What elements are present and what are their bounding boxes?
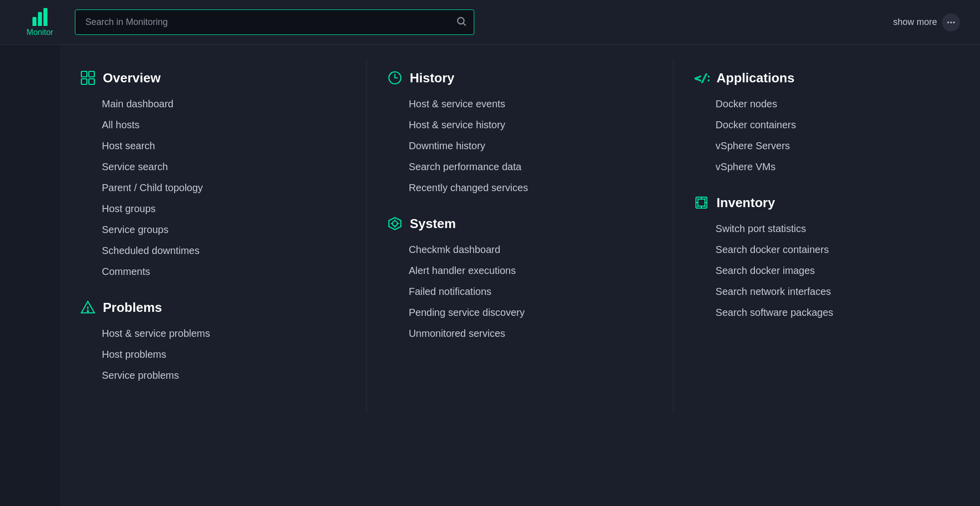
svg-rect-6 [89,71,94,77]
all-hosts-link[interactable]: All hosts [102,119,140,130]
host-groups-link[interactable]: Host groups [102,203,156,214]
checkmk-dashboard-link[interactable]: Checkmk dashboard [409,244,500,255]
sidebar-strip [0,45,60,506]
applications-header: </> Applications [693,70,960,86]
list-item: Failed notifications [409,283,653,299]
search-input[interactable] [75,9,474,35]
history-items: Host & service events Host & service his… [387,96,653,196]
host-search-link[interactable]: Host search [102,140,155,151]
column-history-system: History Host & service events Host & ser… [367,60,674,413]
inventory-title: Inventory [716,195,775,211]
search-network-interfaces-link[interactable]: Search network interfaces [715,286,831,297]
recently-changed-services-link[interactable]: Recently changed services [409,182,528,193]
list-item: Host & service events [409,96,653,112]
show-more-label: show more [893,17,937,27]
top-bar: Monitor show more [0,0,980,45]
section-inventory: Inventory Switch port statistics Search … [693,195,960,320]
main-dashboard-link[interactable]: Main dashboard [102,98,173,109]
list-item: Main dashboard [102,96,346,112]
list-item: Search docker containers [715,242,960,257]
search-docker-containers-link[interactable]: Search docker containers [715,244,829,255]
list-item: Host groups [102,201,346,217]
docker-containers-link[interactable]: Docker containers [715,119,796,130]
svg-point-12 [392,221,397,226]
problems-icon [80,299,96,315]
list-item: Search docker images [715,262,960,278]
svg-rect-7 [81,79,87,84]
vsphere-servers-link[interactable]: vSphere Servers [715,140,790,151]
svg-text:</>: </> [694,72,709,84]
list-item: Docker nodes [715,96,960,112]
svg-rect-8 [89,79,94,84]
more-options-button[interactable] [942,13,960,31]
overview-title: Overview [103,70,161,86]
svg-line-25 [704,199,706,200]
switch-port-statistics-link[interactable]: Switch port statistics [715,223,806,234]
problems-header: Problems [80,299,346,315]
show-more-area[interactable]: show more [893,13,960,31]
history-icon [387,70,403,86]
list-item: Scheduled downtimes [102,243,346,258]
docker-nodes-link[interactable]: Docker nodes [715,98,777,109]
pending-service-discovery-link[interactable]: Pending service discovery [409,307,525,318]
host-service-problems-link[interactable]: Host & service problems [102,328,210,339]
downtime-history-link[interactable]: Downtime history [409,140,485,151]
history-header: History [387,70,653,86]
service-groups-link[interactable]: Service groups [102,224,168,235]
alert-handler-executions-link[interactable]: Alert handler executions [409,265,516,276]
host-service-history-link[interactable]: Host & service history [409,119,505,130]
svg-line-26 [697,206,699,207]
inventory-items: Switch port statistics Search docker con… [693,221,960,320]
host-problems-link[interactable]: Host problems [102,349,166,360]
parent-child-topology-link[interactable]: Parent / Child topology [102,182,203,193]
problems-title: Problems [103,300,162,315]
list-item: All hosts [102,117,346,133]
svg-rect-5 [81,71,87,77]
svg-point-4 [953,21,955,23]
list-item: Host & service problems [102,325,346,341]
svg-line-1 [463,23,465,25]
logo-area: Monitor [20,8,60,37]
host-service-events-link[interactable]: Host & service events [409,98,505,109]
svg-rect-19 [698,199,705,206]
svg-point-10 [87,310,88,311]
list-item: Service groups [102,222,346,238]
vsphere-vms-link[interactable]: vSphere VMs [715,161,775,172]
list-item: vSphere Servers [715,138,960,154]
search-icon [456,15,467,26]
service-problems-link[interactable]: Service problems [102,370,179,381]
monitor-logo-icon [32,8,47,26]
svg-line-24 [697,199,699,200]
service-search-link[interactable]: Service search [102,161,168,172]
overview-icon [80,70,96,86]
search-icon-button[interactable] [456,15,467,29]
list-item: Host problems [102,346,346,362]
list-item: Alert handler executions [409,262,653,278]
section-applications: </> Applications Docker nodes Docker con… [693,70,960,175]
unmonitored-services-link[interactable]: Unmonitored services [409,328,505,339]
search-docker-images-link[interactable]: Search docker images [715,265,815,276]
inventory-header: Inventory [693,195,960,211]
list-item: Host & service history [409,117,653,133]
list-item: Search performance data [409,159,653,175]
problems-items: Host & service problems Host problems Se… [80,325,346,383]
search-performance-data-link[interactable]: Search performance data [409,161,522,172]
section-problems: Problems Host & service problems Host pr… [80,299,346,383]
dots-icon [946,17,956,27]
list-item: Search software packages [715,304,960,320]
list-item: Recently changed services [409,180,653,196]
list-item: Comments [102,263,346,279]
section-system: System Checkmk dashboard Alert handler e… [387,216,653,341]
list-item: Pending service discovery [409,304,653,320]
failed-notifications-link[interactable]: Failed notifications [409,286,492,297]
applications-items: Docker nodes Docker containers vSphere S… [693,96,960,175]
comments-link[interactable]: Comments [102,266,150,277]
search-software-packages-link[interactable]: Search software packages [715,307,833,318]
scheduled-downtimes-link[interactable]: Scheduled downtimes [102,245,200,256]
list-item: Docker containers [715,117,960,133]
list-item: Checkmk dashboard [409,242,653,257]
column-overview-problems: Overview Main dashboard All hosts Host s… [60,60,367,413]
list-item: Service problems [102,367,346,383]
section-history: History Host & service events Host & ser… [387,70,653,196]
list-item: Switch port statistics [715,221,960,237]
